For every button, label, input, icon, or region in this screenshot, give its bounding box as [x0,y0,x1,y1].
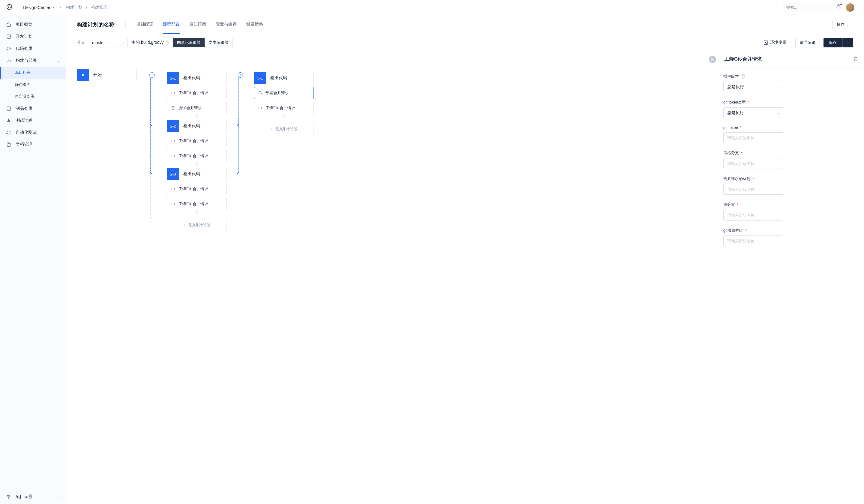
svg-point-2 [10,7,11,8]
delete-icon[interactable] [853,56,858,62]
plus-icon: + [183,223,185,227]
svg-rect-5 [7,107,11,110]
sidebar-item-docs[interactable]: 文档管理 › [0,139,66,151]
bell-icon [258,91,263,95]
target-branch-input[interactable] [723,158,783,169]
editor-visual-option[interactable]: 图形化编辑器 [173,38,205,47]
action-button[interactable]: 操作 ⌄ [832,20,853,29]
doc-icon [6,142,11,147]
stage-node[interactable]: 2-2 检出代码 [167,120,227,132]
git-token-type-select[interactable]: 总是执行 ⌄ [723,107,783,118]
code-icon [171,139,176,143]
chevron-right-icon: › [59,35,60,38]
add-parallel-stage-button[interactable]: + 增加并行阶段 [167,219,227,231]
branch-select[interactable]: master ⌄ [89,38,128,47]
pipeline-step[interactable]: 工蜂Git-合并请求 [254,102,314,114]
tab-vars[interactable]: 变量与缓存 [216,15,237,34]
stage-node[interactable]: 3-1 检出代码 [254,72,314,84]
pipeline-step[interactable]: 工蜂Git-合并请求 [167,87,227,99]
env-vars-button[interactable]: 环境变量 [764,40,787,45]
box-icon [6,106,11,111]
code-icon [258,106,263,110]
logo-icon[interactable] [6,3,13,11]
sidebar-item-test-process[interactable]: 测试过程 › [0,115,66,127]
flask-icon [6,118,11,123]
notifications-button[interactable] [836,4,841,11]
svg-rect-7 [8,143,10,146]
sidebar-item-static-page[interactable]: 静态页面 [0,79,66,91]
sidebar-item-job-list[interactable]: Job 列表 [0,67,66,79]
svg-marker-17 [82,73,85,76]
add-step-button[interactable]: + [195,114,199,118]
source-branch-input[interactable] [723,210,783,220]
chevron-right-icon: › [59,131,60,134]
sidebar-item-custom-deploy[interactable]: 自定义部署 [0,91,66,103]
project-selector[interactable]: Design-Center ▼ [23,5,55,10]
field-label: 源分支* [723,202,858,207]
pipeline-step[interactable]: 工蜂Git-合并请求 [167,135,227,147]
sidebar-item-artifacts[interactable]: 制品仓库 [0,103,66,115]
git-url-input[interactable] [723,236,783,246]
help-icon[interactable]: ? [165,40,169,45]
field-label: 目标分支* [723,150,858,156]
user-menu[interactable]: ⌄ [846,3,858,12]
tab-flow[interactable]: 流程配置 [163,15,180,34]
close-panel-button[interactable]: ✕ [709,56,716,63]
add-parallel-stage-button[interactable]: + 增加并行阶段 [254,123,314,135]
infinity-icon [6,58,11,63]
chevron-down-icon: ⌄ [777,85,779,89]
add-node-button[interactable]: + [149,72,155,78]
sidebar-item-build-deploy[interactable]: 构建与部署 ⌄ [0,55,66,67]
field-label: 合并请求的标题* [723,176,858,181]
caret-down-icon: ▼ [52,6,55,9]
start-node[interactable]: 开始 [77,69,137,81]
add-step-button[interactable]: + [195,210,199,214]
search-input[interactable] [783,3,831,12]
pipeline-step[interactable]: 部署合并请求 [254,87,314,99]
sidebar-item-overview[interactable]: 项目概览 [0,19,66,31]
plus-icon: + [270,127,272,131]
pipeline-step[interactable]: 工蜂Git-合并请求 [167,198,227,210]
settings-icon [6,494,11,499]
chevron-right-icon: › [59,47,60,50]
stage-node[interactable]: 2-1 检出代码 [167,72,227,84]
plugin-version-select[interactable]: 总是执行 ⌄ [723,82,783,93]
chevron-down-icon: ⌄ [57,59,60,62]
tab-basic[interactable]: 基础配置 [136,15,153,34]
sidebar-item-dev-plan[interactable]: 开发计划 › [0,31,66,43]
add-step-button[interactable]: + [195,162,199,166]
pipeline-step[interactable]: 工蜂Git-合并请求 [167,150,227,162]
git-token-input[interactable] [723,132,783,143]
code-icon [171,202,176,206]
save-button[interactable]: 保存 [824,38,842,47]
svg-point-11 [8,495,8,496]
sidebar-item-auto-test[interactable]: 自动化测试 › [0,127,66,139]
pipeline-step[interactable]: 测试合并请求 [167,102,227,114]
merge-title-input[interactable] [723,184,783,195]
avatar [846,3,854,12]
add-node-button[interactable]: + [238,72,243,78]
save-more-button[interactable]: ⋮ [842,38,853,47]
editor-text-option[interactable]: 文本编辑器 [205,38,232,47]
tab-trigger[interactable]: 触发策略 [246,15,263,34]
sidebar-settings-label[interactable]: 项目设置 [16,494,32,500]
pipeline-step[interactable]: 工蜂Git-合并请求 [167,183,227,195]
refresh-icon [6,130,11,135]
tab-notify[interactable]: 通知订阅 [189,15,206,34]
svg-point-1 [8,7,9,8]
branch-label: 分支 [77,40,85,45]
sidebar-item-code-repo[interactable]: 代码仓库 › [0,43,66,55]
check-icon [6,34,11,39]
add-step-button[interactable]: + [282,114,286,118]
help-icon[interactable]: ? [741,74,745,79]
flask-icon [171,106,176,110]
chevron-down-icon: ⌄ [122,41,124,44]
editor-mode-toggle: 图形化编辑器 文本编辑器 [172,38,233,47]
panel-title: 工蜂Git-合并请求 [724,56,762,62]
code-icon [171,154,176,158]
stage-node[interactable]: 2-3 检出代码 [167,168,227,180]
discard-button[interactable]: 放弃编辑 [795,38,820,47]
page-title: 构建计划的名称 [77,21,126,28]
collapse-sidebar-button[interactable]: ‹| [57,494,60,499]
chevron-down-icon: ⌄ [777,111,779,115]
